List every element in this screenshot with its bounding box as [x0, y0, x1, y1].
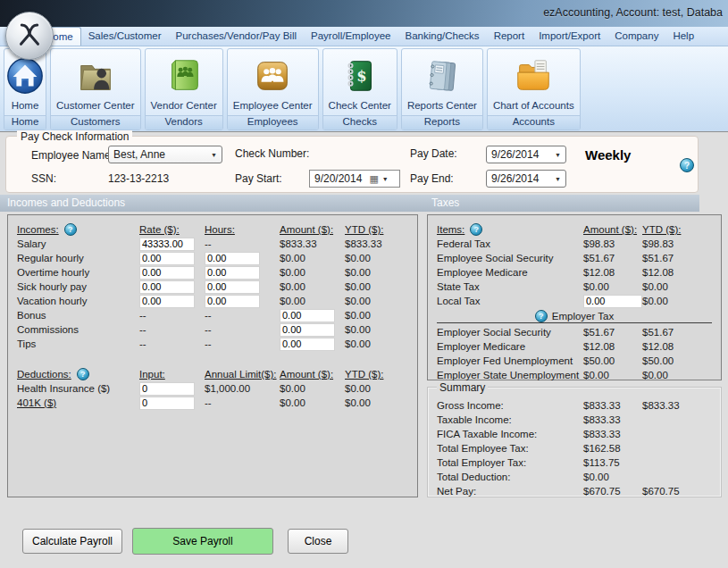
pay-date-select[interactable]: 9/26/2014 ▼	[486, 146, 566, 163]
regular-hourly-input[interactable]	[139, 252, 195, 265]
toolbar-sublabel-accounts[interactable]: Accounts	[488, 115, 580, 129]
employer-tax-divider: ?Employer Tax	[437, 309, 712, 323]
tax-row-employer-fed-unemployment: Employer Fed Unemployment$50.00$50.00	[437, 354, 721, 368]
deductions-header-row: Deductions:?Input:Annual Limit($):Amount…	[17, 367, 417, 381]
content-area: Pay Check Information Employee Name: Bes…	[0, 132, 728, 568]
cell-value: $0.00	[345, 267, 417, 278]
toolbar-label-chart-of-accounts: Chart of Accounts	[488, 100, 580, 114]
toolbar-chart-of-accounts[interactable]: Chart of AccountsAccounts	[487, 48, 581, 130]
health-insurance-input[interactable]	[139, 382, 195, 396]
toolbar-home[interactable]: HomeHome	[4, 48, 46, 130]
ssn-value: 123-13-2213	[108, 172, 169, 185]
income-row-bonus: Bonus----$0.00	[17, 308, 417, 322]
tab-banking-checks[interactable]: Banking/Checks	[398, 27, 487, 46]
regular-hourly-input[interactable]	[205, 252, 260, 265]
taxes-header-row: Items:?Amount ($):YTD ($):	[437, 222, 721, 237]
summary-ytd: $670.75	[642, 486, 721, 497]
commissions-input[interactable]	[280, 323, 335, 337]
pay-end-label: Pay End:	[410, 172, 454, 185]
calendar-icon[interactable]: ▦	[369, 173, 378, 185]
cell-value: $51.67	[583, 327, 642, 338]
calculate-payroll-button[interactable]: Calculate Payroll	[22, 529, 122, 554]
help-icon[interactable]: ?	[680, 158, 694, 172]
tab-payroll-employee[interactable]: Payroll/Employee	[304, 27, 397, 46]
toolbar-check-center[interactable]: $Check CenterChecks	[322, 48, 397, 130]
tab-sales-customer[interactable]: Sales/Customer	[81, 27, 169, 46]
toolbar-customer-center[interactable]: Customer CenterCustomers	[50, 48, 141, 130]
overtime-hourly-input[interactable]	[139, 266, 195, 280]
local-tax-input[interactable]	[583, 295, 642, 308]
chevron-down-icon: ▼	[211, 152, 217, 158]
close-button[interactable]: Close	[288, 529, 348, 554]
summary-row-total-employer-tax: Total Employer Tax:$113.75	[437, 455, 721, 470]
sick-hourly-pay-input[interactable]	[205, 280, 260, 294]
column-label: YTD ($):	[642, 224, 681, 235]
pay-date-label: Pay Date:	[410, 147, 457, 160]
section-header-bar: Incomes and Deductions Taxes	[0, 195, 699, 212]
vacation-hourly-input[interactable]	[205, 295, 260, 308]
cell-value: $0.00	[345, 383, 417, 394]
cell-value: --	[205, 338, 280, 349]
sick-hourly-pay-input[interactable]	[139, 280, 195, 294]
app-logo-icon	[13, 18, 46, 54]
row-label: Employee Social Security	[437, 253, 583, 263]
toolbar-sublabel-checks[interactable]: Checks	[323, 115, 397, 129]
column-label: Rate ($):	[139, 224, 180, 235]
toolbar-vendor-center[interactable]: Vendor CenterVendors	[145, 48, 223, 130]
row-label[interactable]: 401K ($)	[17, 397, 139, 408]
taxes-col-header: Items:?	[437, 223, 583, 236]
toolbar-sublabel-home[interactable]: Home	[4, 115, 46, 129]
employee-name-select[interactable]: Best, Anne ▼	[108, 146, 222, 163]
tax-row-federal-tax: Federal Tax$98.83$98.83	[437, 237, 721, 251]
cell-value: $98.83	[642, 238, 721, 249]
row-label: Employer Social Security	[437, 327, 583, 338]
summary-label: Total Employer Tax:	[437, 457, 583, 468]
row-label: Local Tax	[437, 296, 583, 306]
menu-tab-bar: HomeSales/CustomerPurchases/Vendor/Pay B…	[0, 27, 728, 46]
help-icon[interactable]: ?	[64, 223, 77, 236]
salary-input[interactable]	[139, 238, 195, 251]
pay-start-datepicker[interactable]: 9/20/2014 ▦ ▼	[309, 170, 400, 188]
cell-value: $0.00	[345, 310, 417, 321]
tab-import-export[interactable]: Import/Export	[531, 27, 607, 46]
vacation-hourly-input[interactable]	[139, 295, 195, 308]
deductions-col-header: Deductions:?	[17, 368, 139, 380]
help-icon[interactable]: ?	[535, 310, 548, 322]
tips-input[interactable]	[280, 338, 335, 351]
help-icon[interactable]: ?	[470, 223, 482, 236]
tab-company[interactable]: Company	[607, 27, 665, 46]
save-payroll-button[interactable]: Save Payroll	[132, 528, 273, 555]
pay-start-label: Pay Start:	[235, 172, 282, 185]
tab-report[interactable]: Report	[487, 27, 532, 46]
column-label: Amount ($):	[280, 369, 333, 380]
tab-help[interactable]: Help	[665, 27, 701, 46]
tab-purchases-vendor-pay-bill[interactable]: Purchases/Vendor/Pay Bill	[169, 27, 305, 46]
row-label: Employer Medicare	[437, 341, 583, 352]
income-row-tips: Tips----$0.00	[17, 337, 417, 351]
toolbar-sublabel-employees[interactable]: Employees	[228, 115, 318, 129]
help-icon[interactable]: ?	[77, 368, 89, 380]
column-label: YTD ($):	[345, 369, 383, 380]
toolbar-reports-center[interactable]: Reports CenterReports	[401, 48, 483, 130]
summary-label: Total Deduction:	[437, 472, 583, 482]
pay-date-value: 9/26/2014	[491, 148, 551, 161]
tax-row-employee-social-security: Employee Social Security$51.67$51.67	[437, 251, 721, 265]
deductions-col-header: Amount ($):	[280, 369, 345, 380]
window-title: ezAccounting, Account: test, Databa	[543, 6, 723, 19]
cell-value: $1,000.00	[205, 383, 280, 394]
row-label: Employer State Unemployment	[437, 370, 583, 380]
column-label: Hours:	[205, 224, 235, 235]
cell-value: $0.00	[642, 296, 721, 306]
cell-value: $0.00	[345, 253, 417, 263]
401k-input[interactable]	[139, 397, 195, 410]
app-menu-orb[interactable]	[5, 12, 54, 60]
toolbar-sublabel-customers[interactable]: Customers	[51, 115, 140, 129]
toolbar-employee-center[interactable]: Employee CenterEmployees	[227, 48, 319, 130]
toolbar-sublabel-vendors[interactable]: Vendors	[146, 115, 222, 129]
overtime-hourly-input[interactable]	[205, 266, 260, 280]
pay-end-select[interactable]: 9/26/2014 ▼	[486, 170, 566, 188]
bonus-input[interactable]	[280, 309, 335, 322]
cell-value: $0.00	[280, 281, 345, 292]
taxes-col-header: YTD ($):	[642, 224, 721, 235]
toolbar-sublabel-reports[interactable]: Reports	[402, 115, 482, 129]
